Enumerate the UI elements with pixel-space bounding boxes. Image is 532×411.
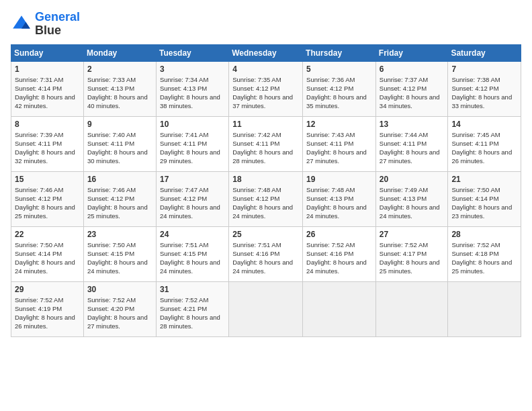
day-number: 20 (380, 175, 445, 184)
day-number: 12 (306, 120, 372, 129)
calendar-cell: 20 Sunrise: 7:49 AMSunset: 4:13 PMDaylig… (375, 171, 448, 226)
calendar-cell: 3 Sunrise: 7:34 AMSunset: 4:13 PMDayligh… (156, 61, 228, 116)
calendar-week-row: 29 Sunrise: 7:52 AMSunset: 4:19 PMDaylig… (11, 281, 521, 336)
day-number: 15 (15, 175, 80, 184)
calendar-cell: 13 Sunrise: 7:44 AMSunset: 4:11 PMDaylig… (375, 116, 448, 171)
day-info: Sunrise: 7:50 AMSunset: 4:15 PMDaylight:… (87, 241, 148, 275)
calendar-cell: 30 Sunrise: 7:52 AMSunset: 4:20 PMDaylig… (83, 281, 156, 336)
day-info: Sunrise: 7:39 AMSunset: 4:11 PMDaylight:… (15, 131, 75, 165)
logo: General Blue (11, 11, 80, 38)
day-info: Sunrise: 7:49 AMSunset: 4:13 PMDaylight:… (380, 186, 440, 220)
day-info: Sunrise: 7:33 AMSunset: 4:13 PMDaylight:… (87, 76, 148, 110)
calendar-cell: 11 Sunrise: 7:42 AMSunset: 4:11 PMDaylig… (229, 116, 303, 171)
day-number: 2 (87, 64, 152, 74)
calendar-cell: 28 Sunrise: 7:52 AMSunset: 4:18 PMDaylig… (448, 226, 521, 281)
day-info: Sunrise: 7:51 AMSunset: 4:16 PMDaylight:… (232, 241, 293, 275)
day-info: Sunrise: 7:42 AMSunset: 4:11 PMDaylight:… (232, 131, 293, 165)
calendar-week-row: 22 Sunrise: 7:50 AMSunset: 4:14 PMDaylig… (11, 226, 521, 281)
calendar-cell (229, 281, 303, 336)
day-number: 1 (15, 64, 80, 74)
calendar-cell: 9 Sunrise: 7:40 AMSunset: 4:11 PMDayligh… (83, 116, 156, 171)
weekday-header: Friday (375, 44, 448, 61)
calendar-cell: 12 Sunrise: 7:43 AMSunset: 4:11 PMDaylig… (303, 116, 376, 171)
day-info: Sunrise: 7:52 AMSunset: 4:19 PMDaylight:… (15, 296, 75, 330)
calendar-cell: 10 Sunrise: 7:41 AMSunset: 4:11 PMDaylig… (156, 116, 228, 171)
calendar-cell: 31 Sunrise: 7:52 AMSunset: 4:21 PMDaylig… (156, 281, 228, 336)
day-number: 28 (451, 230, 517, 239)
day-info: Sunrise: 7:34 AMSunset: 4:13 PMDaylight:… (160, 76, 220, 110)
day-number: 18 (232, 175, 299, 184)
calendar-cell: 21 Sunrise: 7:50 AMSunset: 4:14 PMDaylig… (448, 171, 521, 226)
header: General Blue (11, 11, 521, 38)
day-number: 31 (160, 285, 225, 294)
day-number: 6 (380, 64, 445, 74)
calendar-cell (375, 281, 448, 336)
day-info: Sunrise: 7:50 AMSunset: 4:14 PMDaylight:… (15, 241, 75, 275)
day-number: 21 (451, 175, 517, 184)
day-number: 17 (160, 175, 225, 184)
calendar-cell: 8 Sunrise: 7:39 AMSunset: 4:11 PMDayligh… (11, 116, 84, 171)
day-info: Sunrise: 7:52 AMSunset: 4:18 PMDaylight:… (451, 241, 512, 275)
day-info: Sunrise: 7:47 AMSunset: 4:12 PMDaylight:… (160, 186, 220, 220)
calendar-week-row: 1 Sunrise: 7:31 AMSunset: 4:14 PMDayligh… (11, 61, 521, 116)
day-info: Sunrise: 7:40 AMSunset: 4:11 PMDaylight:… (87, 131, 148, 165)
calendar-cell (303, 281, 376, 336)
day-number: 4 (232, 64, 299, 74)
day-number: 23 (87, 230, 152, 239)
day-info: Sunrise: 7:46 AMSunset: 4:12 PMDaylight:… (15, 186, 75, 220)
day-number: 9 (87, 120, 152, 129)
day-info: Sunrise: 7:45 AMSunset: 4:11 PMDaylight:… (451, 131, 512, 165)
day-info: Sunrise: 7:52 AMSunset: 4:20 PMDaylight:… (87, 296, 148, 330)
calendar-cell: 27 Sunrise: 7:52 AMSunset: 4:17 PMDaylig… (375, 226, 448, 281)
day-number: 5 (306, 64, 372, 74)
calendar-cell: 16 Sunrise: 7:46 AMSunset: 4:12 PMDaylig… (83, 171, 156, 226)
logo-icon (11, 13, 32, 35)
calendar-cell: 7 Sunrise: 7:38 AMSunset: 4:12 PMDayligh… (448, 61, 521, 116)
weekday-header: Wednesday (229, 44, 303, 61)
logo-text: General Blue (35, 11, 80, 38)
day-info: Sunrise: 7:38 AMSunset: 4:12 PMDaylight:… (451, 76, 512, 110)
day-info: Sunrise: 7:37 AMSunset: 4:12 PMDaylight:… (380, 76, 440, 110)
day-info: Sunrise: 7:48 AMSunset: 4:12 PMDaylight:… (232, 186, 293, 220)
day-info: Sunrise: 7:44 AMSunset: 4:11 PMDaylight:… (380, 131, 440, 165)
day-info: Sunrise: 7:52 AMSunset: 4:21 PMDaylight:… (160, 296, 220, 330)
day-info: Sunrise: 7:48 AMSunset: 4:13 PMDaylight:… (306, 186, 367, 220)
day-number: 16 (87, 175, 152, 184)
calendar-cell: 25 Sunrise: 7:51 AMSunset: 4:16 PMDaylig… (229, 226, 303, 281)
day-info: Sunrise: 7:46 AMSunset: 4:12 PMDaylight:… (87, 186, 148, 220)
day-number: 3 (160, 64, 225, 74)
day-info: Sunrise: 7:51 AMSunset: 4:15 PMDaylight:… (160, 241, 220, 275)
day-number: 26 (306, 230, 372, 239)
day-info: Sunrise: 7:43 AMSunset: 4:11 PMDaylight:… (306, 131, 367, 165)
day-number: 29 (15, 285, 80, 294)
calendar-cell: 4 Sunrise: 7:35 AMSunset: 4:12 PMDayligh… (229, 61, 303, 116)
calendar-table: SundayMondayTuesdayWednesdayThursdayFrid… (11, 44, 521, 337)
calendar-cell: 26 Sunrise: 7:52 AMSunset: 4:16 PMDaylig… (303, 226, 376, 281)
calendar-cell: 14 Sunrise: 7:45 AMSunset: 4:11 PMDaylig… (448, 116, 521, 171)
day-number: 10 (160, 120, 225, 129)
weekday-header: Sunday (11, 44, 84, 61)
day-number: 25 (232, 230, 299, 239)
calendar-cell: 24 Sunrise: 7:51 AMSunset: 4:15 PMDaylig… (156, 226, 228, 281)
calendar-cell: 22 Sunrise: 7:50 AMSunset: 4:14 PMDaylig… (11, 226, 84, 281)
day-number: 11 (232, 120, 299, 129)
calendar-cell: 1 Sunrise: 7:31 AMSunset: 4:14 PMDayligh… (11, 61, 84, 116)
day-info: Sunrise: 7:52 AMSunset: 4:16 PMDaylight:… (306, 241, 367, 275)
weekday-header: Thursday (303, 44, 376, 61)
day-number: 8 (15, 120, 80, 129)
day-number: 22 (15, 230, 80, 239)
page: General Blue SundayMondayTuesdayWednesda… (0, 0, 532, 411)
day-number: 30 (87, 285, 152, 294)
day-info: Sunrise: 7:35 AMSunset: 4:12 PMDaylight:… (232, 76, 293, 110)
day-info: Sunrise: 7:52 AMSunset: 4:17 PMDaylight:… (380, 241, 440, 275)
calendar-cell: 23 Sunrise: 7:50 AMSunset: 4:15 PMDaylig… (83, 226, 156, 281)
day-number: 7 (451, 64, 517, 74)
calendar-cell (448, 281, 521, 336)
calendar-cell: 5 Sunrise: 7:36 AMSunset: 4:12 PMDayligh… (303, 61, 376, 116)
calendar-cell: 15 Sunrise: 7:46 AMSunset: 4:12 PMDaylig… (11, 171, 84, 226)
calendar-header-row: SundayMondayTuesdayWednesdayThursdayFrid… (11, 44, 521, 61)
day-number: 14 (451, 120, 517, 129)
calendar-cell: 18 Sunrise: 7:48 AMSunset: 4:12 PMDaylig… (229, 171, 303, 226)
calendar-week-row: 15 Sunrise: 7:46 AMSunset: 4:12 PMDaylig… (11, 171, 521, 226)
day-number: 27 (380, 230, 445, 239)
